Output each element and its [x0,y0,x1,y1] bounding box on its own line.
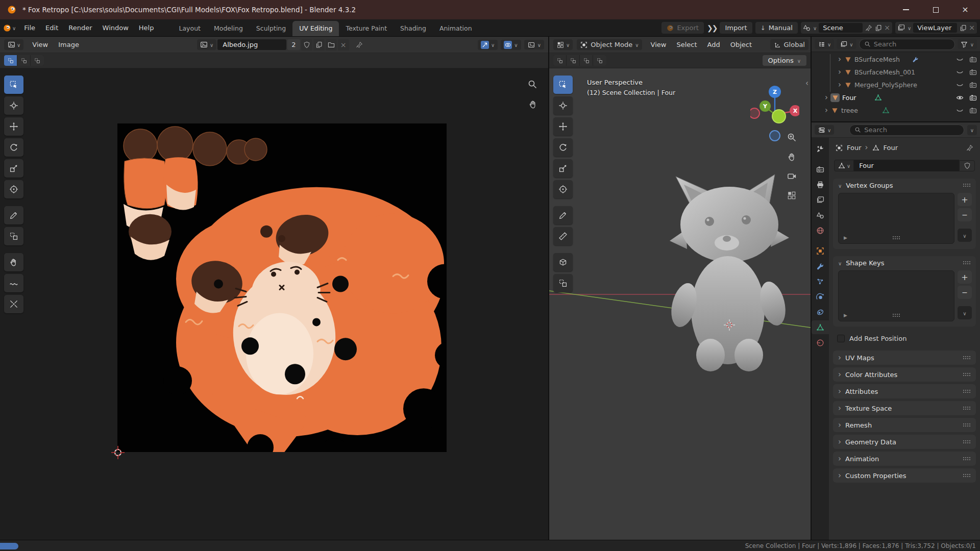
drag-grip-icon[interactable] [963,261,971,265]
image-browse-selector[interactable] [197,39,216,50]
remove-shape-key-button[interactable] [958,286,972,299]
vp-pan-hand-icon[interactable] [785,150,798,163]
menu-render[interactable]: Render [63,22,97,34]
tab-modeling[interactable]: Modeling [207,21,250,36]
tool-scale[interactable] [4,159,23,178]
panel-texture-space[interactable]: Texture Space [833,401,976,415]
blender-app-menu[interactable] [3,24,16,32]
vertex-group-specials-button[interactable] [958,229,972,242]
render-camera-icon[interactable] [969,56,977,63]
viewport-editor-type-selector[interactable] [553,39,573,50]
uv-pan-hand-icon[interactable] [527,98,539,110]
new-image-icon[interactable] [313,39,325,51]
viewport-canvas[interactable]: User Perspective (12) Scene Collection |… [549,68,811,540]
uv-overlays-toggle[interactable] [501,40,521,50]
outliner-display-mode-selector[interactable] [815,39,834,49]
unlink-image-icon[interactable] [338,39,349,51]
tab-scene[interactable] [813,208,828,222]
tab-particles[interactable] [813,274,828,288]
pin-id-icon[interactable] [966,144,974,152]
remove-vertex-group-button[interactable] [958,208,972,221]
image-name-field[interactable]: Albedo.jpg [217,39,286,50]
chevron-down-icon[interactable] [813,24,817,32]
tool-transform[interactable] [553,180,573,198]
tool-select-box[interactable] [553,76,573,94]
uv-zoom-icon[interactable] [526,78,539,91]
tool-rotate[interactable] [4,138,23,157]
fake-user-shield-icon[interactable] [301,39,312,51]
tab-tool[interactable] [813,142,828,156]
tab-rendering[interactable]: Rendering [479,21,484,36]
menu-help[interactable]: Help [134,22,159,34]
uv-select-mode-vertex[interactable] [4,55,17,66]
modifier-wrench-icon[interactable] [912,56,919,63]
select-mode-extend[interactable] [567,55,580,66]
minimize-button[interactable] [891,0,921,19]
uv-menu-view[interactable]: View [28,39,53,50]
tab-object-data[interactable] [812,320,829,334]
mode-selector[interactable]: Object Mode [577,39,642,50]
vp-zoom-icon[interactable] [785,131,798,144]
mesh-data-icon[interactable] [874,94,882,102]
uv-select-mode-face[interactable] [31,55,44,66]
drag-grip-icon[interactable] [963,457,971,461]
panel-uv-maps[interactable]: UV Maps [833,350,976,365]
panel-geometry-data[interactable]: Geometry Data [833,435,976,449]
shape-keys-list[interactable]: ▶ [838,270,954,321]
outliner-filter-button[interactable] [958,39,977,49]
tab-animation[interactable]: Animation [433,21,479,36]
drag-grip-icon[interactable] [963,183,971,187]
panel-color-attributes[interactable]: Color Attributes [833,367,976,382]
pin-image-icon[interactable] [354,40,364,50]
outliner-search-input[interactable] [874,40,950,48]
render-camera-icon[interactable] [969,81,977,89]
tab-view-layer[interactable] [813,193,828,207]
expand-icon[interactable] [825,94,828,102]
import-button[interactable]: Import [720,22,752,34]
list-grip-icon[interactable] [892,313,900,317]
vp-menu-object[interactable]: Object [726,39,756,50]
tool-annotate[interactable] [553,206,573,224]
tab-layout[interactable]: Layout [172,21,207,36]
tool-add-primitive[interactable] [553,274,573,292]
expand-icon[interactable] [838,81,841,89]
fox-model[interactable] [666,173,792,390]
add-vertex-group-button[interactable] [958,193,972,206]
outliner-item-four[interactable]: Four [812,91,980,104]
shape-key-specials-button[interactable] [958,306,972,319]
add-rest-position-checkbox[interactable] [837,335,845,342]
vp-menu-view[interactable]: View [646,39,671,50]
tool-move[interactable] [553,117,573,136]
tab-physics[interactable] [813,290,828,304]
breadcrumb-object-name[interactable]: Four [847,144,862,152]
drag-grip-icon[interactable] [963,440,971,444]
transform-orientation-selector[interactable]: Global [770,39,808,50]
vertex-groups-list[interactable]: ▶ [838,193,954,244]
uv-menu-image[interactable]: Image [54,39,84,50]
outliner-item-bsurfacemesh[interactable]: BSurfaceMesh [812,53,980,66]
export-button[interactable]: Export [662,22,704,34]
unlink-scene-icon[interactable] [884,24,890,32]
select-mode-intersect[interactable] [593,55,606,66]
tab-modifiers[interactable] [813,259,828,273]
expand-icon[interactable] [838,68,841,76]
open-image-folder-icon[interactable] [326,39,337,51]
panel-attributes[interactable]: Attributes [833,384,976,398]
breadcrumb-data-name[interactable]: Four [884,144,898,152]
tool-annotate[interactable] [4,206,23,224]
tool-add-cube[interactable] [553,253,573,271]
select-mode-set[interactable] [553,55,567,66]
outliner-item-merged-polysphere[interactable]: Merged_PolySphere [812,79,980,91]
tab-shading[interactable]: Shading [394,21,433,36]
viewlayer-name-field[interactable]: ViewLayer [913,23,957,33]
remove-viewlayer-icon[interactable] [969,24,975,32]
tool-cursor[interactable] [553,96,573,115]
resize-handle-icon[interactable]: ▶ [844,235,847,240]
tool-rip-region[interactable] [4,227,23,245]
tool-grab[interactable] [4,253,23,271]
hide-eye-closed-icon[interactable] [955,107,964,114]
new-viewlayer-icon[interactable] [959,24,967,32]
menu-file[interactable]: File [19,22,40,34]
menu-edit[interactable]: Edit [40,22,63,34]
options-button[interactable]: Options [763,55,807,66]
